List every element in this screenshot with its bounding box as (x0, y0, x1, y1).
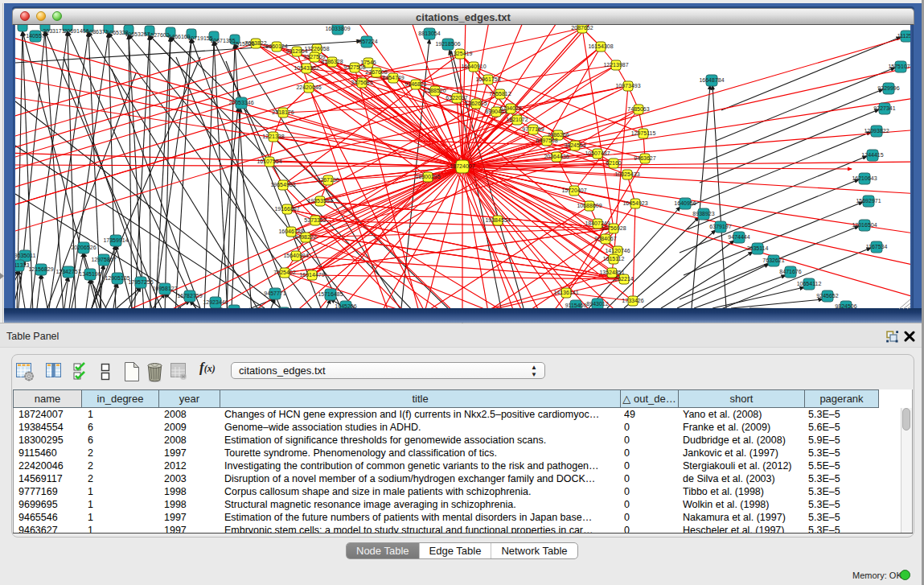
svg-text:8813054: 8813054 (418, 31, 440, 36)
svg-text:12975867: 12975867 (91, 257, 116, 262)
svg-text:8660124: 8660124 (265, 43, 287, 49)
svg-text:3498222: 3498222 (294, 234, 316, 240)
svg-text:16914479: 16914479 (299, 272, 324, 278)
svg-text:9329996: 9329996 (877, 85, 899, 91)
svg-text:1527602: 1527602 (147, 32, 169, 38)
svg-text:13226058: 13226058 (304, 46, 329, 51)
svg-text:3911313: 3911313 (15, 262, 29, 268)
svg-text:10507487: 10507487 (585, 150, 610, 156)
svg-text:10653267: 10653267 (125, 31, 150, 37)
svg-text:16107554: 16107554 (257, 159, 281, 164)
svg-text:20691406: 20691406 (64, 28, 88, 34)
svg-text:12342757: 12342757 (55, 269, 80, 274)
svg-text:1086371: 1086371 (86, 29, 108, 35)
svg-text:12156829: 12156829 (28, 266, 53, 272)
svg-text:10688609: 10688609 (577, 203, 602, 208)
svg-text:9535011: 9535011 (15, 253, 35, 258)
svg-text:10654112: 10654112 (797, 281, 822, 286)
svg-text:10719155: 10719155 (187, 35, 212, 41)
svg-text:12923446: 12923446 (203, 299, 228, 305)
svg-text:9084067: 9084067 (594, 236, 616, 241)
svg-text:1221338: 1221338 (262, 134, 284, 139)
svg-text:2033171: 2033171 (43, 28, 64, 34)
svg-text:2087652: 2087652 (571, 25, 593, 31)
svg-text:12905135: 12905135 (105, 275, 129, 281)
svg-text:1615112: 1615112 (603, 256, 625, 262)
svg-text:7625402: 7625402 (273, 270, 295, 275)
svg-text:9227341: 9227341 (873, 105, 895, 111)
svg-text:16154308: 16154308 (588, 43, 613, 49)
svg-text:6322037: 6322037 (446, 95, 467, 101)
svg-text:19654983: 19654983 (270, 182, 295, 187)
svg-text:19353594: 19353594 (307, 198, 332, 204)
svg-text:19384554: 19384554 (485, 217, 510, 223)
svg-text:17359914: 17359914 (103, 237, 128, 243)
svg-text:10958127: 10958127 (152, 286, 177, 291)
svg-text:16046788: 16046788 (278, 229, 303, 234)
svg-text:7632621: 7632621 (762, 257, 784, 263)
svg-text:15640994: 15640994 (283, 253, 308, 258)
svg-text:16648784: 16648784 (699, 77, 724, 83)
svg-text:10756928: 10756928 (601, 225, 626, 231)
svg-text:20053346: 20053346 (228, 100, 253, 105)
svg-text:19166857: 19166857 (274, 206, 299, 212)
svg-text:16961758: 16961758 (475, 76, 500, 82)
svg-text:140557: 140557 (26, 33, 44, 39)
svg-text:6794028: 6794028 (499, 105, 521, 111)
svg-text:3475685: 3475685 (351, 80, 372, 85)
svg-text:9115460: 9115460 (565, 303, 587, 308)
svg-text:1345190: 1345190 (79, 271, 101, 277)
svg-text:16454923: 16454923 (622, 200, 647, 206)
svg-text:8186328: 8186328 (321, 59, 343, 64)
svg-text:9474444: 9474444 (728, 234, 749, 240)
svg-text:7485063: 7485063 (627, 106, 649, 112)
svg-text:10025433: 10025433 (614, 171, 639, 177)
svg-text:1244415: 1244415 (861, 152, 883, 158)
svg-text:19218506: 19218506 (435, 41, 460, 47)
svg-text:1362615: 1362615 (465, 101, 487, 106)
svg-text:14136141: 14136141 (553, 290, 578, 295)
svg-text:16640910: 16640910 (461, 64, 486, 69)
svg-text:8938923: 8938923 (692, 211, 714, 216)
svg-text:15720407: 15720407 (561, 187, 586, 193)
svg-text:18724007: 18724007 (450, 163, 474, 169)
svg-text:9245652: 9245652 (816, 293, 838, 299)
svg-text:1167534: 1167534 (866, 244, 888, 249)
svg-text:2935114: 2935114 (747, 245, 769, 251)
svg-text:20364436: 20364436 (544, 154, 569, 159)
svg-text:10973493: 10973493 (615, 83, 640, 89)
svg-text:1588520: 1588520 (424, 88, 446, 93)
svg-text:3824554: 3824554 (564, 142, 585, 148)
svg-text:12975115: 12975115 (631, 130, 656, 136)
svg-text:16210643: 16210643 (852, 175, 877, 181)
svg-text:252214: 252214 (614, 276, 633, 282)
svg-text:7357224: 7357224 (355, 39, 377, 44)
svg-text:10543362: 10543362 (294, 65, 318, 71)
svg-text:9327508: 9327508 (343, 64, 365, 70)
svg-text:18300295: 18300295 (415, 174, 440, 179)
svg-text:8471676: 8471676 (779, 269, 801, 274)
svg-text:7955812: 7955812 (489, 91, 511, 97)
svg-text:20206526: 20206526 (71, 245, 96, 250)
svg-text:7486266: 7486266 (547, 132, 569, 138)
svg-text:10671355: 10671355 (210, 38, 235, 43)
svg-text:22420046: 22420046 (296, 84, 321, 90)
svg-text:15716485: 15716485 (318, 291, 343, 297)
svg-text:12093822: 12093822 (864, 128, 889, 134)
svg-text:7663822: 7663822 (244, 40, 266, 46)
svg-text:6497568: 6497568 (536, 138, 557, 143)
svg-text:17957255: 17957255 (128, 279, 153, 285)
svg-text:9146821: 9146821 (405, 81, 426, 87)
svg-text:16782759: 16782759 (177, 293, 202, 299)
svg-text:11325419: 11325419 (448, 51, 473, 56)
svg-text:12213987: 12213987 (603, 62, 628, 68)
svg-text:9463627: 9463627 (634, 155, 655, 161)
svg-text:3267130: 3267130 (317, 177, 339, 183)
svg-text:1621072: 1621072 (506, 117, 528, 122)
svg-text:17546: 17546 (360, 60, 376, 65)
svg-text:6379197: 6379197 (709, 224, 731, 229)
svg-text:15692971: 15692971 (856, 198, 881, 204)
svg-text:62160: 62160 (606, 160, 622, 166)
svg-text:1640956: 1640956 (674, 200, 696, 206)
svg-text:111254: 111254 (897, 33, 910, 39)
